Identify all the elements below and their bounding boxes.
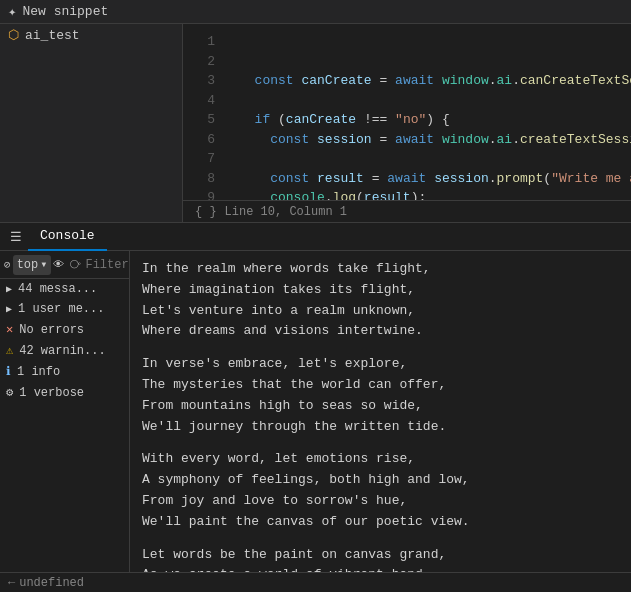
top-bar-title: New snippet: [22, 4, 108, 19]
line-numbers: 1 2 3 4 5 6 7 8 9 10: [183, 24, 223, 200]
poem-line: From joy and love to sorrow's hue,: [142, 491, 619, 512]
poem-stanza-3: With every word, let emotions rise, A sy…: [142, 449, 619, 532]
sidebar-item-ai-test[interactable]: ⬡ ai_test: [0, 24, 182, 46]
line-1: [239, 54, 247, 69]
poem-line: Let words be the paint on canvas grand,: [142, 545, 619, 566]
line-num-3: 3: [183, 71, 215, 91]
log-level-info[interactable]: ℹ 1 info: [0, 361, 129, 382]
undefined-label: undefined: [19, 576, 84, 590]
warnings-label: 42 warnin...: [19, 344, 105, 358]
top-level-select[interactable]: top ▾: [13, 255, 52, 275]
console-body: ⊘ top ▾ 👁 ⧂ ▶ 44 messa... ▶ 1 user me...: [0, 251, 631, 572]
poem-line: As we create a world of vibrant hand,: [142, 565, 619, 572]
gear-icon: ⚙: [6, 385, 13, 400]
snippet-icon: ✦: [8, 3, 16, 20]
left-arrow-icon: ←: [8, 576, 15, 590]
log-level-errors[interactable]: ✕ No errors: [0, 319, 129, 340]
poem-stanza-1: In the realm where words take flight, Wh…: [142, 259, 619, 342]
line-num-5: 5: [183, 110, 215, 130]
log-level-verbose[interactable]: ⚙ 1 verbose: [0, 382, 129, 403]
log-level-all-messages[interactable]: ▶ 44 messa...: [0, 279, 129, 299]
cursor-position: Line 10, Column 1: [225, 205, 347, 219]
clear-console-btn[interactable]: ⊘: [4, 254, 11, 276]
line-num-4: 4: [183, 91, 215, 111]
line-3: [239, 93, 247, 108]
line-num-7: 7: [183, 149, 215, 169]
filter-input[interactable]: [85, 258, 130, 272]
poem-line: The mysteries that the world can offer,: [142, 375, 619, 396]
line-5: const session = await window.ai.createTe…: [239, 132, 631, 147]
console-section: ☰ Console ⊘ top ▾ 👁 ⧂ ▶: [0, 222, 631, 592]
top-level-label: top: [17, 258, 39, 272]
sidebar-item-label: ai_test: [25, 28, 80, 43]
line-2: const canCreate = await window.ai.canCre…: [239, 73, 631, 88]
poem-stanza-2: In verse's embrace, let's explore, The m…: [142, 354, 619, 437]
line-num-1: 1: [183, 32, 215, 52]
poem-line: Where imagination takes its flight,: [142, 280, 619, 301]
line-num-2: 2: [183, 52, 215, 72]
line-num-9: 9: [183, 188, 215, 200]
code-content[interactable]: const canCreate = await window.ai.canCre…: [223, 24, 631, 200]
sidebar: ⬡ ai_test: [0, 24, 183, 222]
poem-line: Let's venture into a realm unknown,: [142, 301, 619, 322]
poem-line: With every word, let emotions rise,: [142, 449, 619, 470]
log-level-user-messages[interactable]: ▶ 1 user me...: [0, 299, 129, 319]
info-icon: ℹ: [6, 364, 11, 379]
poem-line: In the realm where words take flight,: [142, 259, 619, 280]
chevron-down-icon: ▾: [40, 257, 47, 272]
tab-console[interactable]: Console: [28, 223, 107, 251]
line-num-6: 6: [183, 130, 215, 150]
log-level-warnings[interactable]: ⚠ 42 warnin...: [0, 340, 129, 361]
line-num-8: 8: [183, 169, 215, 189]
console-tab-bar: ☰ Console: [0, 223, 631, 251]
poem-line: Where dreams and visions intertwine.: [142, 321, 619, 342]
poem-line: A symphony of feelings, both high and lo…: [142, 470, 619, 491]
tab-menu-icon[interactable]: ☰: [4, 225, 28, 249]
errors-label: No errors: [19, 323, 84, 337]
expand-icon-user: ▶: [6, 303, 12, 315]
snippet-file-icon: ⬡: [8, 27, 19, 43]
error-icon: ✕: [6, 322, 13, 337]
line-7: const result = await session.prompt("Wri…: [239, 171, 631, 186]
line-8: console.log(result);: [239, 190, 426, 200]
console-sidebar-toolbar: ⊘ top ▾ 👁 ⧂: [0, 251, 129, 279]
info-label: 1 info: [17, 365, 60, 379]
editor-area: 1 2 3 4 5 6 7 8 9 10 const canCreate = a…: [183, 24, 631, 222]
warning-icon: ⚠: [6, 343, 13, 358]
all-messages-label: 44 messa...: [18, 282, 97, 296]
filter-icon: ⧂: [70, 259, 81, 271]
code-editor: 1 2 3 4 5 6 7 8 9 10 const canCreate = a…: [183, 24, 631, 200]
verbose-label: 1 verbose: [19, 386, 84, 400]
top-bar: ✦ New snippet: [0, 0, 631, 24]
filter-area: ⧂: [66, 258, 130, 272]
console-bottom-bar: ← undefined: [0, 572, 631, 592]
status-bar: { } Line 10, Column 1: [183, 200, 631, 222]
poem-stanza-4: Let words be the paint on canvas grand, …: [142, 545, 619, 572]
line-6: [239, 151, 247, 166]
console-tab-label: Console: [40, 228, 95, 243]
line-4: if (canCreate !== "no") {: [239, 112, 450, 127]
console-sidebar: ⊘ top ▾ 👁 ⧂ ▶ 44 messa... ▶ 1 user me...: [0, 251, 130, 572]
curly-brace-icon: { }: [195, 205, 217, 219]
poem-line: From mountains high to seas so wide,: [142, 396, 619, 417]
poem-line: We'll journey through the written tide.: [142, 417, 619, 438]
poem-line: In verse's embrace, let's explore,: [142, 354, 619, 375]
expand-icon: ▶: [6, 283, 12, 295]
user-messages-label: 1 user me...: [18, 302, 104, 316]
main-area: ⬡ ai_test 1 2 3 4 5 6 7 8 9 10 const can…: [0, 24, 631, 222]
eye-btn[interactable]: 👁: [53, 254, 64, 276]
console-output[interactable]: In the realm where words take flight, Wh…: [130, 251, 631, 572]
poem-line: We'll paint the canvas of our poetic vie…: [142, 512, 619, 533]
